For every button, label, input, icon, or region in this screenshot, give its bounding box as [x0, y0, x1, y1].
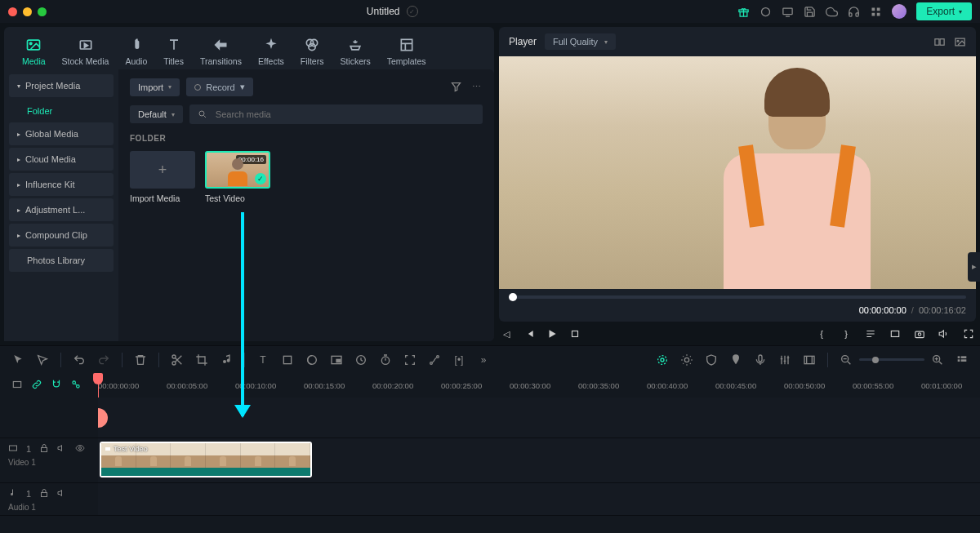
- export-button[interactable]: Export▾: [916, 2, 972, 20]
- timeline-ruler[interactable]: 00:00:00:0000:00:05:0000:00:10:0000:00:1…: [0, 373, 980, 398]
- record-button[interactable]: Record▾: [186, 78, 252, 96]
- sidebar-item-photos-library[interactable]: Photos Library: [9, 249, 114, 272]
- circle-icon[interactable]: [760, 6, 772, 18]
- tab-stock-media[interactable]: Stock Media: [54, 33, 118, 69]
- redo-icon[interactable]: [97, 353, 110, 366]
- zoom-slider[interactable]: [859, 358, 924, 361]
- tab-titles[interactable]: Titles: [155, 33, 192, 69]
- save-icon[interactable]: [804, 6, 816, 18]
- magnet-icon[interactable]: [51, 379, 62, 393]
- monitor-icon[interactable]: [782, 6, 794, 18]
- safe-zone-icon[interactable]: [888, 326, 902, 341]
- prev-frame-icon[interactable]: ◁: [499, 326, 514, 341]
- more-tools-icon[interactable]: »: [477, 353, 490, 366]
- zoom-out-icon[interactable]: [840, 353, 853, 366]
- more-icon[interactable]: ⋯: [470, 81, 483, 93]
- sort-dropdown[interactable]: Default▾: [130, 105, 183, 123]
- sidebar-item-project-media[interactable]: Project Media: [9, 74, 114, 97]
- marker-icon[interactable]: [729, 353, 742, 366]
- grid-icon[interactable]: [870, 6, 882, 18]
- tab-media[interactable]: Media: [14, 33, 54, 69]
- render-icon[interactable]: [803, 353, 816, 366]
- delete-icon[interactable]: [134, 353, 147, 366]
- close-window[interactable]: [8, 7, 17, 16]
- color-icon[interactable]: [305, 353, 318, 366]
- snapshot-icon[interactable]: [912, 326, 927, 341]
- tracking-icon[interactable]: [403, 353, 416, 366]
- music-note-icon[interactable]: [220, 353, 233, 366]
- track-options-icon[interactable]: [956, 353, 969, 366]
- import-dropdown[interactable]: Import▾: [130, 78, 180, 96]
- split-icon[interactable]: [171, 353, 184, 366]
- sidebar-item-influence-kit[interactable]: Influence Kit: [9, 173, 114, 196]
- audio-track-icon[interactable]: [8, 488, 18, 500]
- keyframe-path-icon[interactable]: [428, 353, 441, 366]
- tab-filters[interactable]: Filters: [292, 33, 332, 69]
- link-icon[interactable]: [31, 379, 42, 393]
- minimize-window[interactable]: [23, 7, 32, 16]
- quality-dropdown[interactable]: Full Quality▾: [545, 33, 616, 50]
- speed-icon[interactable]: [354, 353, 368, 366]
- shield-icon[interactable]: [705, 353, 718, 366]
- lock-icon[interactable]: [39, 443, 49, 455]
- media-clip-tile[interactable]: 00:00:16 ✓ Test Video: [205, 151, 270, 203]
- tab-stickers[interactable]: Stickers: [332, 33, 378, 69]
- search-box[interactable]: [189, 104, 483, 124]
- sidebar-item-compound-clip[interactable]: Compound Clip: [9, 224, 114, 247]
- expand-properties-icon[interactable]: ▸: [968, 252, 980, 282]
- scrubber-handle[interactable]: [509, 293, 517, 301]
- ai-tool-icon[interactable]: [656, 353, 669, 366]
- scrubber[interactable]: [509, 295, 966, 299]
- pip-icon[interactable]: [330, 353, 343, 366]
- brackets-icon[interactable]: [•]: [452, 353, 466, 366]
- playhead[interactable]: [98, 373, 99, 398]
- audio-track-body[interactable]: [98, 483, 980, 515]
- play-icon[interactable]: [545, 326, 559, 341]
- marker-list-icon[interactable]: [863, 326, 878, 341]
- compare-view-icon[interactable]: [933, 36, 946, 48]
- select-icon[interactable]: [36, 353, 49, 366]
- bracket-open-icon[interactable]: {: [814, 326, 829, 341]
- brightness-icon[interactable]: [680, 353, 693, 366]
- cloud-icon[interactable]: [826, 6, 838, 18]
- tab-transitions[interactable]: Transitions: [192, 33, 250, 69]
- video-track-icon[interactable]: [8, 443, 18, 455]
- mute-icon[interactable]: [57, 443, 67, 455]
- video-preview[interactable]: [499, 56, 976, 289]
- frame-icon[interactable]: [281, 353, 294, 366]
- import-media-tile[interactable]: + Import Media: [130, 151, 195, 203]
- timer-icon[interactable]: [379, 353, 392, 366]
- tab-templates[interactable]: Templates: [379, 33, 434, 69]
- sidebar-item-adjustment-layer[interactable]: Adjustment L...: [9, 198, 114, 221]
- crop-icon[interactable]: [195, 353, 208, 366]
- mixer-icon[interactable]: [778, 353, 791, 366]
- sidebar-item-cloud-media[interactable]: Cloud Media: [9, 148, 114, 171]
- play-back-icon[interactable]: [522, 326, 537, 341]
- clip-icon[interactable]: [11, 379, 23, 393]
- maximize-window[interactable]: [38, 7, 47, 16]
- video-track-body[interactable]: Test Video: [98, 438, 980, 482]
- tab-effects[interactable]: Effects: [250, 33, 292, 69]
- undo-icon[interactable]: [73, 353, 86, 366]
- volume-icon[interactable]: [937, 326, 951, 341]
- fullscreen-icon[interactable]: [961, 326, 976, 341]
- picture-icon[interactable]: [954, 36, 966, 48]
- search-input[interactable]: [216, 109, 474, 119]
- gift-icon[interactable]: [737, 6, 750, 18]
- zoom-in-icon[interactable]: [931, 353, 944, 366]
- headphones-icon[interactable]: [848, 6, 860, 18]
- stop-icon[interactable]: [568, 326, 582, 341]
- voiceover-icon[interactable]: [754, 353, 767, 366]
- mute-icon[interactable]: [57, 488, 67, 500]
- sidebar-sub-folder[interactable]: Folder: [9, 100, 114, 122]
- sidebar-item-global-media[interactable]: Global Media: [9, 122, 114, 145]
- filter-icon[interactable]: [450, 81, 462, 93]
- auto-ripple-icon[interactable]: [70, 379, 82, 393]
- cursor-icon[interactable]: [11, 353, 24, 366]
- lock-icon[interactable]: [39, 488, 49, 500]
- timeline-clip[interactable]: Test Video: [100, 442, 312, 477]
- visibility-icon[interactable]: [75, 443, 85, 455]
- user-avatar[interactable]: [892, 4, 906, 19]
- tab-audio[interactable]: Audio: [117, 33, 155, 69]
- bracket-close-icon[interactable]: }: [839, 326, 853, 341]
